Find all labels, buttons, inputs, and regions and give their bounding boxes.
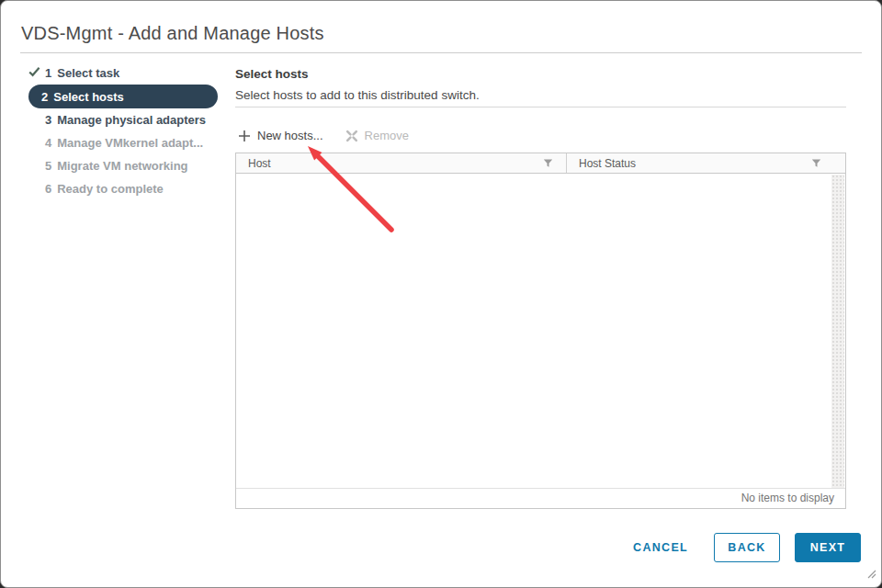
filter-icon[interactable] (543, 158, 553, 168)
wizard-step-number: 5 (45, 159, 51, 173)
next-button[interactable]: NEXT (795, 533, 861, 562)
page-description: Select hosts to add to this distributed … (235, 88, 480, 102)
remove-x-icon (345, 130, 358, 142)
dialog-actions: CANCEL BACK NEXT (622, 533, 861, 562)
check-icon (28, 66, 40, 81)
remove-button[interactable]: Remove (345, 129, 409, 142)
empty-message: No items to display (741, 492, 834, 504)
wizard-step-number: 3 (45, 113, 51, 127)
back-button[interactable]: BACK (714, 533, 780, 562)
wizard-step-number: 2 (41, 90, 48, 104)
title-divider (20, 52, 862, 53)
filter-icon[interactable] (811, 158, 821, 168)
column-header-host-status[interactable]: Host Status (567, 153, 845, 173)
wizard-step-manage-physical-adapters[interactable]: 3 Manage physical adapters (28, 108, 218, 131)
table-body-empty (236, 174, 845, 488)
wizard-step-number: 4 (45, 136, 51, 150)
wizard-step-label: Ready to complete (57, 182, 164, 196)
remove-label: Remove (365, 129, 409, 142)
cancel-button[interactable]: CANCEL (622, 534, 699, 561)
wizard-step-label: Manage physical adapters (57, 113, 206, 127)
hosts-toolbar: New hosts... Remove (238, 129, 409, 142)
wizard-step-label: Select hosts (53, 90, 124, 104)
new-hosts-button[interactable]: New hosts... (238, 129, 323, 142)
column-label: Host Status (579, 157, 636, 170)
wizard-steps: 1 Select task 2 Select hosts 3 Manage ph… (28, 62, 218, 200)
page-title: Select hosts (235, 67, 309, 81)
hosts-table: Host Host Status No items to display (235, 153, 846, 509)
wizard-step-label: Manage VMkernel adapt... (57, 136, 203, 150)
table-footer: No items to display (236, 488, 845, 507)
dialog-title: VDS-Mgmt - Add and Manage Hosts (21, 23, 324, 44)
wizard-step-label: Migrate VM networking (57, 159, 187, 173)
column-header-host[interactable]: Host (236, 153, 567, 173)
wizard-step-select-task[interactable]: 1 Select task (28, 62, 218, 85)
wizard-step-manage-vmkernel-adapters: 4 Manage VMkernel adapt... (28, 131, 218, 154)
section-divider (235, 107, 846, 107)
wizard-step-number: 6 (45, 182, 51, 196)
wizard-step-number: 1 (45, 66, 51, 80)
vertical-scrollbar[interactable] (831, 175, 844, 488)
plus-icon (238, 130, 251, 142)
add-and-manage-hosts-dialog: VDS-Mgmt - Add and Manage Hosts 1 Select… (0, 0, 882, 588)
wizard-step-label: Select task (57, 66, 119, 80)
new-hosts-label: New hosts... (257, 129, 323, 142)
wizard-step-select-hosts[interactable]: 2 Select hosts (28, 85, 218, 108)
wizard-step-migrate-vm-networking: 5 Migrate VM networking (28, 154, 218, 177)
resize-grip-icon[interactable] (865, 566, 876, 582)
table-header: Host Host Status (236, 153, 845, 174)
column-label: Host (248, 157, 271, 170)
wizard-step-ready-to-complete: 6 Ready to complete (28, 177, 218, 200)
